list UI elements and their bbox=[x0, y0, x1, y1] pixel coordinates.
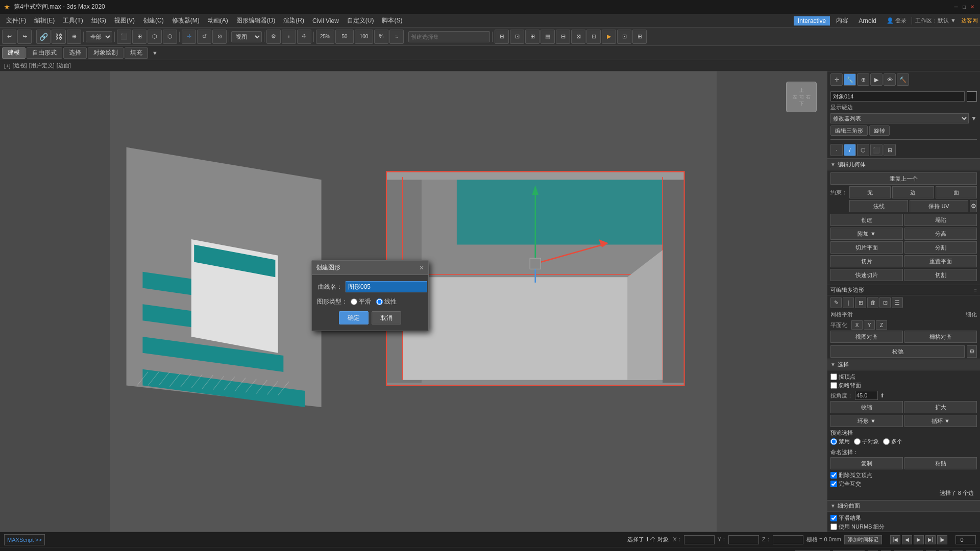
constraint-none[interactable]: 无 bbox=[849, 186, 891, 198]
dialog-cancel-button[interactable]: 取消 bbox=[372, 311, 401, 324]
ring-btn[interactable]: 环形 ▼ bbox=[830, 415, 903, 427]
user-login[interactable]: 👤 登录 bbox=[887, 17, 906, 24]
select-object[interactable]: ⬛ bbox=[117, 30, 131, 44]
relax-settings[interactable]: ⚙ bbox=[967, 345, 977, 358]
subtab-fill[interactable]: 填充 bbox=[125, 47, 148, 59]
use-nurms-checkbox[interactable] bbox=[830, 523, 837, 530]
reference-coord[interactable]: 视图 bbox=[231, 31, 262, 42]
full-interop-label[interactable]: 完全互交 bbox=[830, 480, 861, 488]
modifier-stack-item-editpoly[interactable]: 编辑多边形 bbox=[831, 139, 976, 140]
smooth-result-label[interactable]: 平滑结果 bbox=[830, 514, 861, 522]
rotate-button-rp[interactable]: 旋转 bbox=[869, 126, 890, 136]
menu-content[interactable]: 内容 bbox=[832, 15, 852, 26]
modifier-list-select[interactable]: 修改器列表 bbox=[830, 113, 969, 123]
menu-interactive[interactable]: Interactive bbox=[794, 16, 830, 26]
collapse-btn[interactable]: 塌陷 bbox=[904, 214, 977, 226]
keep-uv-btn[interactable]: 保持 UV bbox=[910, 200, 968, 212]
menu-arnold[interactable]: Arnold bbox=[854, 16, 880, 26]
vertex-mode[interactable]: · bbox=[830, 144, 843, 156]
menu-create[interactable]: 创建(C) bbox=[139, 15, 168, 26]
menu-render[interactable]: 渲染(R) bbox=[279, 15, 308, 26]
subtab-modeling[interactable]: 建模 bbox=[2, 47, 26, 59]
next-frame-btn[interactable]: ▶| bbox=[925, 535, 936, 544]
subtab-paint[interactable]: 对象绘制 bbox=[88, 47, 124, 59]
menu-script[interactable]: 脚本(S) bbox=[378, 15, 406, 26]
workspace-selector[interactable]: 工作区：默认 ▼ bbox=[912, 17, 956, 24]
element-mode[interactable]: ⊞ bbox=[884, 144, 896, 156]
full-interop-checkbox[interactable] bbox=[830, 481, 837, 487]
create-btn[interactable]: 创建 bbox=[830, 214, 903, 226]
vertex-check-label[interactable]: 接顶点 bbox=[830, 373, 855, 381]
view-align-btn[interactable]: 视图对齐 bbox=[830, 331, 903, 343]
border-mode[interactable]: ⬡ bbox=[857, 144, 869, 156]
utility-icon[interactable]: 🔨 bbox=[897, 73, 909, 86]
schematic[interactable]: ⊠ bbox=[571, 30, 585, 44]
spinner2[interactable]: % bbox=[374, 30, 388, 44]
time-input[interactable] bbox=[955, 535, 976, 544]
z-btn[interactable]: Z bbox=[876, 320, 887, 330]
undo-button[interactable]: ↩ bbox=[2, 30, 16, 44]
smooth-radio[interactable]: 平滑 bbox=[351, 297, 371, 306]
curve-editor[interactable]: ⊟ bbox=[556, 30, 570, 44]
action-icon-3[interactable]: ⊞ bbox=[855, 297, 866, 308]
action-icon-6[interactable]: ☰ bbox=[892, 297, 903, 308]
use-pivot[interactable]: ⚙ bbox=[266, 30, 281, 44]
mirror-button[interactable]: ⊞ bbox=[495, 30, 509, 44]
edge-mode[interactable]: / bbox=[844, 144, 856, 156]
section-edit-geometry[interactable]: ▼ 编辑几何体 bbox=[827, 159, 980, 170]
action-icon-1[interactable]: ✎ bbox=[830, 297, 842, 308]
cut-btn[interactable]: 切割 bbox=[904, 269, 977, 281]
reset-plane-btn[interactable]: 重置平面 bbox=[904, 255, 977, 267]
shrink-btn[interactable]: 收缩 bbox=[830, 401, 903, 413]
poly-mode[interactable]: ⬛ bbox=[870, 144, 883, 156]
snap-toggle[interactable]: + bbox=[282, 30, 296, 44]
dialog-ok-button[interactable]: 确定 bbox=[339, 311, 369, 324]
display-icon[interactable]: 👁 bbox=[884, 73, 896, 86]
vertex-checkbox[interactable] bbox=[830, 373, 837, 380]
select-by-name[interactable]: ⊞ bbox=[132, 30, 146, 44]
action-icon-2[interactable]: | bbox=[843, 297, 854, 308]
copy-btn[interactable]: 复制 bbox=[830, 457, 903, 469]
add-keyframe-btn[interactable]: 添加时间标记 bbox=[844, 535, 882, 544]
x-btn[interactable]: X bbox=[851, 320, 863, 330]
remove-isolated-checkbox[interactable] bbox=[830, 472, 837, 479]
window-cross[interactable]: ⬡ bbox=[163, 30, 177, 44]
select-filter[interactable]: 全部 bbox=[86, 31, 112, 42]
menu-group[interactable]: 组(G) bbox=[87, 15, 110, 26]
spinner-snap[interactable]: 100 bbox=[355, 30, 373, 44]
render-btn[interactable]: ▶ bbox=[602, 30, 616, 44]
edit-tri-button[interactable]: 编辑三角形 bbox=[830, 126, 868, 136]
motion-icon[interactable]: ▶ bbox=[870, 73, 883, 86]
go-start-btn[interactable]: |◀ bbox=[890, 535, 900, 544]
menu-modifier[interactable]: 修改器(M) bbox=[168, 15, 204, 26]
layer-manager[interactable]: ▤ bbox=[541, 30, 555, 44]
backface-check-label[interactable]: 忽略背面 bbox=[830, 382, 861, 389]
constraint-normal[interactable]: 法线 bbox=[849, 200, 908, 212]
modifier-stack[interactable]: 编辑多边形 UVW 贴图 bbox=[830, 139, 977, 140]
menu-custom[interactable]: 自定义(U) bbox=[343, 15, 378, 26]
paste-btn[interactable]: 粘贴 bbox=[904, 457, 977, 469]
relax-btn[interactable]: 松弛 bbox=[830, 345, 965, 358]
rotate-button[interactable]: ↺ bbox=[197, 30, 211, 44]
x-value[interactable] bbox=[684, 535, 715, 544]
rect-select[interactable]: ⬡ bbox=[148, 30, 162, 44]
menu-civil-view[interactable]: Civil View bbox=[308, 16, 343, 26]
menu-tools[interactable]: 工具(T) bbox=[59, 15, 87, 26]
menu-file[interactable]: 文件(F) bbox=[2, 15, 30, 26]
y-value[interactable] bbox=[728, 535, 759, 544]
unlink-button[interactable]: ⛓ bbox=[52, 30, 66, 44]
smooth-result-checkbox[interactable] bbox=[830, 515, 837, 521]
grow-btn[interactable]: 扩大 bbox=[904, 401, 977, 413]
dialog-close-icon[interactable]: ✕ bbox=[419, 264, 424, 271]
go-end-btn[interactable]: |▶ bbox=[937, 535, 947, 544]
repeat-last-btn[interactable]: 重复上一个 bbox=[830, 172, 977, 185]
spinner3[interactable]: ≈ bbox=[389, 30, 404, 44]
named-sel-input[interactable] bbox=[408, 31, 490, 42]
minimize-button[interactable]: ─ bbox=[952, 4, 960, 11]
detach-btn[interactable]: 分离 bbox=[904, 228, 977, 240]
angle-snap[interactable]: ☩ bbox=[297, 30, 311, 44]
close-button[interactable]: ✕ bbox=[969, 4, 976, 11]
section-selection[interactable]: ▼ 选择 bbox=[827, 359, 980, 370]
create-icon[interactable]: ✛ bbox=[830, 73, 843, 86]
maxscript-btn[interactable]: MAXScript >> bbox=[4, 534, 45, 545]
